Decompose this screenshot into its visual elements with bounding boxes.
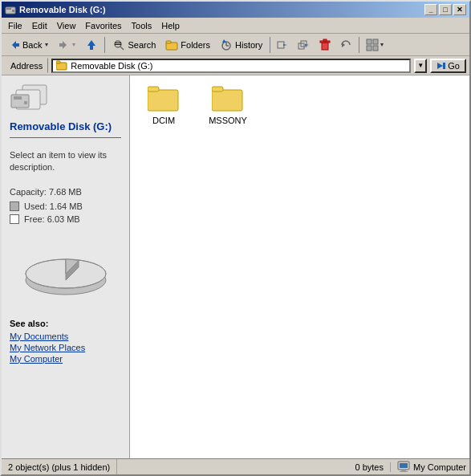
menu-help-label: Help <box>161 21 180 31</box>
move-to-button[interactable] <box>274 36 293 54</box>
svg-rect-30 <box>367 39 372 44</box>
up-button[interactable] <box>82 36 101 54</box>
svg-marker-5 <box>45 43 48 47</box>
svg-rect-55 <box>401 470 406 471</box>
menu-favorites[interactable]: Favorites <box>80 18 126 33</box>
my-network-places-link[interactable]: My Network Places <box>10 343 121 352</box>
svg-marker-37 <box>437 63 443 69</box>
address-value[interactable]: Removable Disk (G:) <box>71 61 406 71</box>
size-label: 0 bytes <box>355 462 384 472</box>
file-dcim-name: DCIM <box>152 116 175 125</box>
svg-rect-36 <box>56 61 60 63</box>
menu-tools[interactable]: Tools <box>127 18 157 33</box>
drive-large-icon <box>10 83 50 117</box>
minimize-button[interactable]: _ <box>424 4 437 15</box>
svg-marker-20 <box>222 39 226 43</box>
my-computer-link[interactable]: My Computer <box>10 354 121 364</box>
history-label: History <box>235 40 262 50</box>
capacity-label: Capacity: 7.68 MB <box>10 187 121 197</box>
computer-icon <box>397 461 410 474</box>
right-panel: DCIM MSSONY <box>130 75 469 458</box>
left-panel: Removable Disk (G:) Select an item to vi… <box>2 75 130 458</box>
address-label: Address <box>5 58 48 73</box>
menu-file-label: File <box>8 21 22 31</box>
free-legend: Free: 6.03 MB <box>10 214 121 224</box>
title-bar-left: Removable Disk (G:) <box>5 4 106 15</box>
svg-marker-34 <box>380 43 384 47</box>
address-folder-icon <box>56 60 67 71</box>
views-button[interactable] <box>363 36 388 54</box>
svg-rect-16 <box>166 41 171 43</box>
svg-rect-42 <box>14 96 22 100</box>
views-icon <box>366 39 379 51</box>
status-objects: 2 object(s) (plus 1 hidden) <box>2 459 117 474</box>
svg-rect-33 <box>373 46 378 51</box>
toolbar-sep-3 <box>359 37 359 53</box>
objects-label: 2 object(s) (plus 1 hidden) <box>8 462 110 472</box>
description-text: Select an item to view its description. <box>10 149 121 174</box>
svg-rect-51 <box>212 90 242 111</box>
svg-marker-9 <box>87 40 95 46</box>
search-icon <box>112 39 125 51</box>
svg-marker-29 <box>342 43 345 47</box>
copy-to-button[interactable] <box>294 36 314 54</box>
capacity-section: Capacity: 7.68 MB Used: 1.64 MB Free: 6.… <box>10 187 121 227</box>
back-dropdown-icon[interactable] <box>43 39 50 51</box>
svg-rect-14 <box>115 44 121 45</box>
svg-rect-28 <box>323 39 327 41</box>
main-content: Removable Disk (G:) Select an item to vi… <box>2 75 469 458</box>
menu-help[interactable]: Help <box>156 18 185 33</box>
svg-rect-43 <box>24 101 27 104</box>
address-bar: Address Removable Disk (G:) ▼ Go <box>2 56 469 75</box>
computer-label: My Computer <box>413 462 466 472</box>
svg-rect-38 <box>443 63 445 69</box>
svg-marker-8 <box>72 43 75 47</box>
svg-rect-1 <box>6 8 11 10</box>
search-button[interactable]: Search <box>108 36 160 54</box>
toolbar-sep-1 <box>104 37 105 53</box>
forward-button[interactable] <box>55 36 80 54</box>
menu-edit[interactable]: Edit <box>27 18 52 33</box>
views-dropdown-icon[interactable] <box>379 39 385 51</box>
menu-edit-label: Edit <box>32 21 47 31</box>
folders-button[interactable]: Folders <box>161 36 214 54</box>
svg-rect-26 <box>322 43 328 50</box>
menu-file[interactable]: File <box>3 18 27 33</box>
pie-chart <box>18 242 114 298</box>
used-legend: Used: 1.64 MB <box>10 201 121 211</box>
title-drive-icon <box>5 4 16 15</box>
maximize-button[interactable]: □ <box>439 4 452 15</box>
folders-icon <box>165 39 178 51</box>
my-documents-link[interactable]: My Documents <box>10 332 121 341</box>
svg-line-12 <box>120 47 124 50</box>
address-dropdown[interactable]: ▼ <box>414 59 427 73</box>
title-controls: _ □ ✕ <box>424 4 466 15</box>
status-bar: 2 object(s) (plus 1 hidden) 0 bytes My C… <box>2 458 469 474</box>
go-button[interactable]: Go <box>430 59 466 73</box>
free-legend-box <box>10 214 19 224</box>
forward-dropdown-icon[interactable] <box>71 39 77 51</box>
svg-rect-31 <box>373 39 378 44</box>
back-icon <box>8 39 21 51</box>
menu-favorites-label: Favorites <box>85 21 121 31</box>
menu-tools-label: Tools <box>132 21 152 31</box>
folders-label: Folders <box>181 40 210 50</box>
close-button[interactable]: ✕ <box>453 4 466 15</box>
main-window: Removable Disk (G:) _ □ ✕ File Edit View… <box>0 0 471 476</box>
menu-view-label: View <box>57 21 76 31</box>
list-item[interactable]: MSSONY <box>202 83 254 125</box>
window-title: Removable Disk (G:) <box>19 5 106 14</box>
menu-view[interactable]: View <box>52 18 81 33</box>
svg-rect-21 <box>278 42 284 48</box>
history-button[interactable]: History <box>216 36 266 54</box>
back-button[interactable]: Back <box>5 36 53 54</box>
delete-button[interactable] <box>315 36 335 54</box>
svg-rect-32 <box>367 46 372 51</box>
forward-icon <box>58 39 71 51</box>
pie-chart-container <box>10 242 121 298</box>
up-icon <box>85 39 98 51</box>
copy-to-icon <box>298 39 311 51</box>
undo-button[interactable] <box>336 36 355 54</box>
undo-icon <box>339 39 352 51</box>
list-item[interactable]: DCIM <box>138 83 189 125</box>
